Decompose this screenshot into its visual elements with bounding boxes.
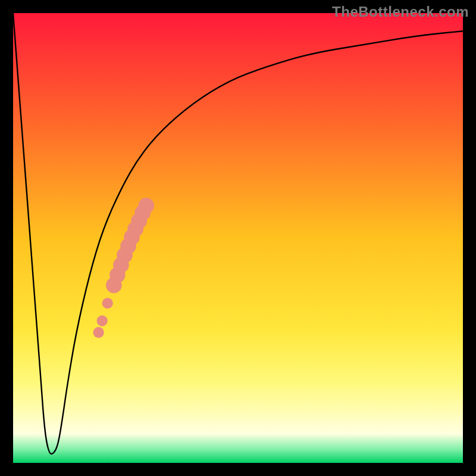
plot-background (13, 13, 463, 463)
watermark-text: TheBottleneck.com (332, 4, 469, 20)
highlight-point (102, 298, 113, 308)
highlight-point (93, 327, 104, 338)
highlight-point (138, 198, 154, 214)
chart-container: TheBottleneck.com (0, 0, 476, 476)
highlight-point (97, 315, 108, 326)
bottleneck-chart (0, 0, 476, 476)
